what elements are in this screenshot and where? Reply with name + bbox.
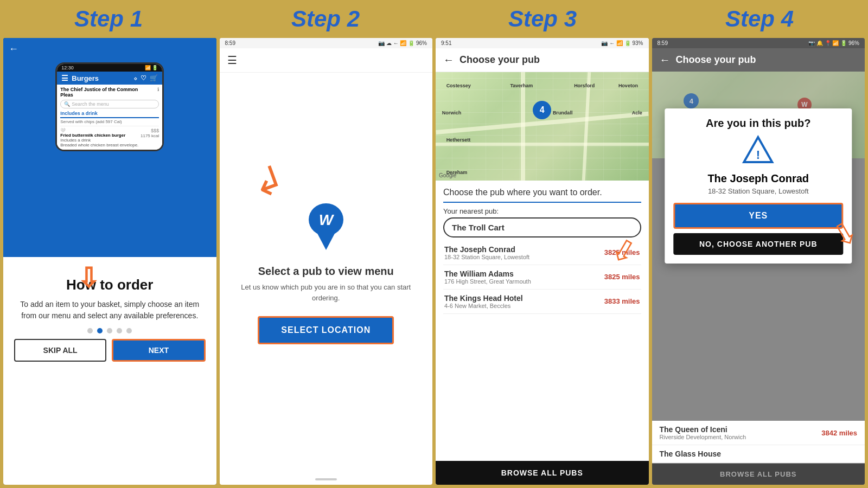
panel-step4: 8:59 📷 🔔 📍 📶 🔋 96% ← Choose your pub 4 W… — [652, 38, 865, 485]
food-item-name: Fried buttermilk chicken burger — [60, 133, 138, 138]
panel4-pub-name-iceni: The Queen of Iceni — [660, 425, 746, 434]
panel4-pub-info-glass: The Glass House — [660, 450, 722, 458]
map-label-taverham: Taverham — [510, 83, 533, 88]
panel4-back-arrow[interactable]: ← — [660, 54, 671, 66]
select-location-button[interactable]: SELECT LOCATION — [258, 316, 394, 344]
panel3-battery-icons: 📷 ← 📶 🔋 93% — [601, 40, 643, 46]
map-area: Costessey Taverham Horsford Hoveton Norw… — [436, 72, 649, 181]
search-placeholder: Search the menu — [72, 101, 109, 107]
next-button[interactable]: NEXT — [112, 339, 205, 362]
phone-nav-bar: ☰ Burgers ⬦ ♡ 🛒 — [57, 72, 162, 85]
svg-text:W: W — [319, 211, 335, 228]
map-label-hoveton: Hoveton — [618, 83, 638, 88]
food-price: $$$ — [141, 128, 159, 133]
panel3-back-arrow[interactable]: ← — [443, 54, 454, 66]
panel2-nav-bar: ☰ — [220, 48, 433, 73]
panel1-bottom: ⇩ How to order To add an item to your ba… — [3, 257, 216, 485]
heart-icon-small: 🤍 — [60, 128, 138, 133]
pub-distance-william: 3825 miles — [604, 273, 640, 281]
map-label-hethersett: Hethersett — [446, 137, 471, 143]
nearest-pub-label: Your nearest pub: — [443, 207, 641, 215]
dialog-pub-address: 18-32 Station Square, Lowestoft — [673, 187, 843, 195]
select-pub-subtitle: Let us know which pub you are in so that… — [231, 282, 422, 303]
map-marker-4: 4 — [533, 101, 551, 119]
food-item-right: $$$ 1175 kcal — [141, 128, 159, 147]
curved-arrow-panel2: ↲ — [245, 155, 290, 208]
dialog-pub-name: The Joseph Conrad — [673, 172, 843, 185]
panel4-pub-row-iceni[interactable]: The Queen of Iceni Riverside Development… — [652, 421, 865, 445]
warning-triangle-container: ! — [673, 135, 843, 167]
browse-all-pubs-button-3[interactable]: BROWSE ALL PUBS — [436, 461, 649, 485]
panel4-pub-list: The Queen of Iceni Riverside Development… — [652, 421, 865, 463]
heart-icon: ♡ — [141, 74, 146, 82]
search-icon: 🔍 — [64, 101, 70, 107]
panel-step2: 8:59 📷 ☁ ← 📶 🔋 96% ☰ W ↲ Select a pub to… — [220, 38, 433, 485]
panel4-nav-bar: ← Choose your pub — [652, 48, 865, 72]
hamburger-menu-icon[interactable]: ☰ — [227, 54, 237, 67]
panel4-pub-info-iceni: The Queen of Iceni Riverside Development… — [660, 425, 746, 440]
phone-time: 12:30 — [61, 65, 74, 70]
food-item-subdesc: Breaded whole chicken breast envelope. — [60, 143, 138, 147]
map-label-horsford: Horsford — [574, 83, 595, 88]
step1-heading: Step 1 — [0, 0, 217, 38]
cart-icon: 🛒 — [150, 74, 158, 82]
phone-status-bar: 12:30 📶 🔋 — [57, 64, 162, 72]
info-icon: ℹ — [157, 87, 159, 92]
map-pin: W — [307, 202, 345, 240]
pub-row-william-adams[interactable]: The William Adams 176 High Street, Great… — [443, 265, 641, 290]
panels-row: ← 12:30 📶 🔋 ☰ Burgers ⬦ ♡ 🛒 — [0, 38, 868, 488]
how-to-order-title: How to order — [66, 277, 153, 293]
dot-2 — [97, 328, 103, 333]
pub-name-kings: The Kings Head Hotel — [444, 294, 523, 303]
troll-cart-row[interactable]: The Troll Cart — [443, 217, 641, 237]
food-cal: 1175 kcal — [141, 133, 159, 138]
pub-row-kings-head[interactable]: The Kings Head Hotel 4-6 New Market, Bec… — [443, 290, 641, 314]
panel4-nav-title: Choose your pub — [676, 54, 756, 66]
yes-button[interactable]: YES — [673, 203, 843, 229]
panel2-time: 8:59 — [225, 40, 235, 46]
panel2-content: W ↲ Select a pub to view menu Let us kno… — [220, 73, 433, 474]
served-with-text: Served with chips (add 597 Cal) — [60, 119, 159, 124]
map-pin-container: W — [304, 202, 348, 256]
food-item-row: 🤍 Fried buttermilk chicken burger Includ… — [60, 128, 159, 147]
select-pub-title: Select a pub to view menu — [258, 265, 394, 278]
panel4-pub-dist-iceni: 3842 miles — [821, 429, 857, 437]
search-box[interactable]: 🔍 Search the menu — [60, 100, 159, 108]
skip-all-button[interactable]: SKIP ALL — [14, 339, 106, 362]
panel-step1: ← 12:30 📶 🔋 ☰ Burgers ⬦ ♡ 🛒 — [3, 38, 216, 485]
no-choose-another-button[interactable]: NO, CHOOSE ANOTHER PUB — [673, 233, 843, 255]
map-label-acle: Acle — [632, 110, 642, 115]
pub-info-william: The William Adams 176 High Street, Great… — [444, 269, 531, 285]
browse-all-pubs-button-4[interactable]: BROWSE ALL PUBS — [652, 464, 865, 485]
hamburger-icon: ☰ — [61, 74, 68, 82]
map-label-norwich: Norwich — [442, 110, 462, 115]
restaurant-name: The Chief Justice of the Common Pleas — [60, 87, 139, 98]
phone-mockup: 12:30 📶 🔋 ☰ Burgers ⬦ ♡ 🛒 The Chief Just… — [55, 62, 164, 151]
troll-cart-section: The Troll Cart ⇩ — [443, 217, 641, 237]
step2-heading: Step 2 — [217, 0, 434, 38]
includes-drink-label: Includes a drink — [60, 111, 159, 118]
map-road-v2 — [582, 72, 591, 181]
warning-triangle-svg: ! — [742, 135, 775, 165]
how-to-order-text: To add an item to your basket, simply ch… — [14, 299, 206, 322]
panel4-marker-4: 4 — [684, 93, 699, 108]
panel4-pub-row-glass[interactable]: The Glass House — [652, 445, 865, 463]
menu-category: Burgers — [72, 74, 99, 82]
step4-heading: Step 4 — [651, 0, 868, 38]
panel-step3: 9:51 📷 ← 📶 🔋 93% ← Choose your pub Coste… — [436, 38, 649, 485]
map-label-costessey: Costessey — [446, 83, 471, 88]
panel3-content: Choose the pub where you want to order. … — [436, 181, 649, 461]
panel4-battery-icons: 📷 🔔 📍 📶 🔋 96% — [808, 40, 859, 46]
pub-name-william: The William Adams — [444, 269, 531, 278]
pagination-dots — [87, 328, 132, 333]
food-item-desc: Includes a drink — [60, 138, 138, 143]
panel2-battery-icons: 📷 ☁ ← 📶 🔋 96% — [378, 40, 427, 46]
divider-line — [443, 202, 641, 203]
dialog-title: Are you in this pub? — [673, 117, 843, 130]
panel1-buttons: SKIP ALL NEXT — [14, 339, 206, 362]
map-road-v1 — [521, 72, 525, 181]
svg-text:!: ! — [756, 148, 760, 162]
panel4-pub-name-glass: The Glass House — [660, 450, 722, 458]
panel3-time: 9:51 — [441, 40, 451, 46]
panel1-back-arrow[interactable]: ← — [9, 43, 211, 55]
